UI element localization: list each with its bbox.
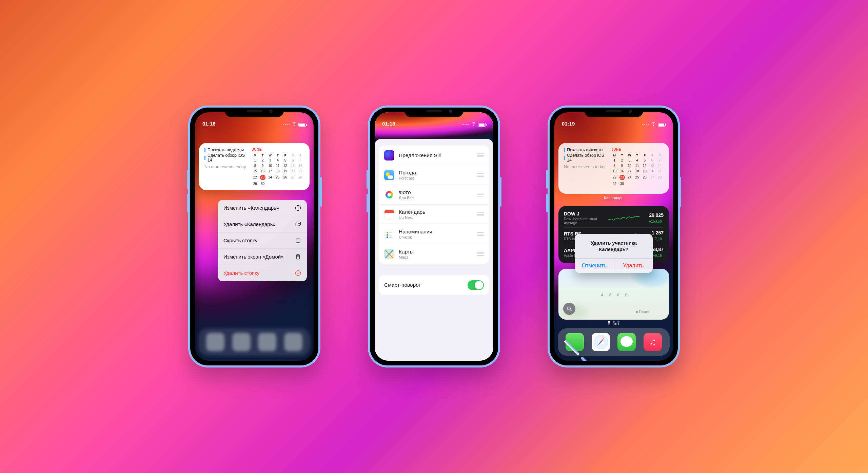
stock-row[interactable]: DOW JDow Jones Industrial Average 26 025… (564, 209, 664, 228)
no-more-events: No more events today (204, 165, 250, 169)
calendar-widget-label: Календарь (558, 196, 669, 200)
svg-point-11 (298, 257, 299, 257)
drag-handle-icon[interactable] (477, 192, 484, 197)
drag-handle-icon[interactable] (477, 172, 484, 178)
widget-list: Предложения Siri ПогодаForecast ФотоДля … (379, 146, 489, 264)
wifi-icon (471, 122, 476, 127)
dock-app-safari[interactable] (592, 333, 610, 351)
edit-stack-sheet: Предложения Siri ПогодаForecast ФотоДля … (375, 139, 493, 361)
remove-widget-icon (295, 221, 301, 228)
dock-app-phone[interactable] (566, 333, 584, 351)
cancel-button[interactable]: Отменить (575, 259, 614, 273)
drag-handle-icon[interactable] (477, 153, 484, 158)
notch (405, 108, 464, 117)
smart-rotate-row: Смарт-поворот (379, 275, 489, 295)
notch (225, 108, 284, 117)
battery-icon (478, 123, 486, 127)
notch (584, 108, 644, 117)
maps-widget[interactable]: А З И Я Пекин (558, 269, 669, 320)
drag-handle-icon[interactable] (477, 251, 484, 257)
delete-button[interactable]: Удалить (614, 259, 653, 273)
smart-rotate-group: Смарт-поворот (379, 275, 489, 295)
weather-icon (384, 170, 394, 180)
magnifying-glass-icon (566, 306, 572, 312)
widget-item-photos[interactable]: ФотоДля Вас (379, 185, 489, 205)
mini-calendar: JUNE MTWTFSS1234567891011121314151617181… (611, 148, 664, 186)
photos-icon (384, 190, 394, 200)
menu-remove-widget[interactable]: Удалить «Календарь» (218, 216, 307, 232)
clock: 01:19 (562, 121, 575, 127)
svg-point-9 (298, 255, 299, 256)
phone-middle: 01:18 Предложения Siri (368, 106, 500, 367)
map-search-button[interactable] (563, 303, 575, 315)
battery-icon (298, 123, 306, 127)
svg-point-1 (298, 206, 298, 207)
event-row: Сделать обзор iOS 14 (564, 153, 610, 163)
svg-point-8 (297, 255, 298, 256)
event-row: Показать виджеты (564, 148, 610, 152)
dialog-message: Удалить участника Календарь? (575, 234, 653, 258)
homescreen-icon (295, 253, 301, 260)
mini-calendar: JUNE MTWTFSS1234567891011121314151617181… (251, 148, 304, 186)
menu-remove-stack[interactable]: Удалить стопку (218, 265, 307, 281)
dock-app-messages[interactable] (617, 333, 636, 351)
svg-rect-7 (297, 254, 299, 259)
no-more-events: No more events today (564, 165, 610, 169)
battery-icon (658, 123, 666, 127)
svg-rect-6 (296, 239, 300, 242)
cell-signal-icon (642, 124, 649, 125)
menu-hide-stack[interactable]: Скрыть стопку (218, 232, 307, 249)
siri-icon (384, 150, 394, 160)
widget-item-maps[interactable]: КартыMaps (379, 244, 489, 264)
svg-rect-2 (298, 207, 298, 209)
clock: 01:18 (382, 121, 395, 127)
drag-handle-icon[interactable] (477, 231, 484, 237)
widget-item-weather[interactable]: ПогодаForecast (379, 165, 489, 185)
delete-confirmation-dialog: Удалить участника Календарь? Отменить Уд… (575, 234, 653, 273)
info-icon (295, 205, 301, 211)
widget-item-siri[interactable]: Предложения Siri (379, 146, 489, 165)
phone-left: 01:18 Показать виджеты Сделать обзор iOS… (188, 106, 320, 367)
sparkline-icon (608, 214, 640, 222)
minus-circle-icon (295, 270, 301, 277)
cell-signal-icon (462, 124, 469, 125)
maps-icon (384, 249, 394, 259)
event-row: Показать виджеты (204, 148, 250, 152)
dock-blurred (198, 328, 310, 356)
clock: 01:18 (202, 121, 215, 127)
wifi-icon (651, 122, 656, 127)
calendar-widget[interactable]: Показать виджеты Сделать обзор iOS 14 No… (558, 143, 669, 194)
dock-app-music[interactable] (644, 333, 662, 351)
calendar-widget[interactable]: Показать виджеты Сделать обзор iOS 14 No… (199, 143, 310, 190)
calendar-icon (384, 209, 394, 220)
widget-item-calendar[interactable]: КалендарьUp Next (379, 205, 489, 224)
reminders-icon (384, 229, 394, 239)
map-label-asia: А З И Я (601, 293, 630, 297)
svg-line-15 (570, 309, 571, 311)
menu-edit-homescreen[interactable]: Изменить экран «Домой» (218, 249, 307, 265)
stack-icon (295, 237, 301, 244)
dock (558, 328, 670, 356)
event-row: Сделать обзор iOS 14 (204, 153, 250, 163)
svg-point-10 (297, 257, 298, 257)
menu-edit-widget[interactable]: Изменить «Календарь» (218, 200, 307, 216)
wifi-icon (291, 122, 297, 127)
drag-handle-icon[interactable] (477, 212, 484, 217)
widget-context-menu: Изменить «Календарь» Удалить «Календарь»… (218, 200, 307, 281)
phone-right: 01:19 Показать виджеты Сделать обзор iOS… (548, 106, 680, 367)
page-indicator[interactable] (554, 321, 673, 323)
cell-signal-icon (283, 124, 290, 125)
smart-rotate-toggle[interactable] (468, 280, 484, 290)
widget-item-reminders[interactable]: НапоминанияСписок (379, 224, 489, 244)
map-label-pekin: Пекин (636, 310, 649, 314)
